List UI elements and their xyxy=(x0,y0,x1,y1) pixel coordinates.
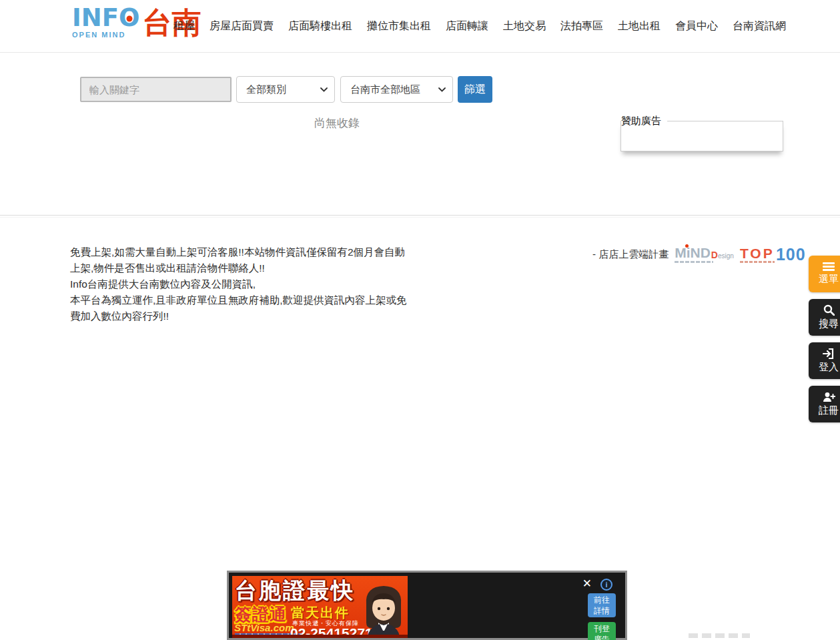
top100-logo-top: TOP xyxy=(740,246,775,260)
ad-detail-line2: 詳情 xyxy=(588,605,616,616)
keyword-input[interactable] xyxy=(80,77,232,102)
notice-line: 本平台為獨立運作,且非政府單位且無政府補助,歡迎提供資訊內容上架或免費加入數位內… xyxy=(70,292,414,324)
notice-line: Info台南提供大台南數位內容及公開資訊, xyxy=(70,276,414,292)
main-nav: 租屋 房屋店面買賣 店面騎樓出租 攤位市集出租 店面轉讓 土地交易 法拍專區 土… xyxy=(173,0,786,53)
category-select-value: 全部類別 xyxy=(246,83,286,96)
floating-menu-label: 選單 xyxy=(819,273,839,286)
floating-login-label: 登入 xyxy=(819,361,839,374)
nav-item-rent[interactable]: 租屋 xyxy=(173,19,195,33)
nav-item-storefront-rent[interactable]: 店面騎樓出租 xyxy=(288,19,352,33)
user-plus-icon xyxy=(823,392,835,402)
top100-logo-100: 100 xyxy=(776,246,806,263)
footer-notice: 免費上架,如需大量自動上架可洽客服!!本站物件資訊僅保留有2個月會自動上架,物件… xyxy=(70,244,414,324)
nav-item-land-trade[interactable]: 土地交易 xyxy=(503,19,546,33)
top100-logo[interactable]: TOP 100 xyxy=(740,246,806,263)
floating-search-label: 搜尋 xyxy=(819,318,839,330)
logo-info-o: O xyxy=(119,6,139,30)
footer-credits: - 店店上雲端計畫 MiNDDesign TOP 100 xyxy=(592,246,806,263)
nav-item-store-transfer[interactable]: 店面轉讓 xyxy=(446,19,488,33)
bottom-ad-banner: 台胞證最快 簽證通 STtVisa.com 當天出件 專業快遞・安心有保障 02… xyxy=(227,571,627,640)
logo-info-block: INFO OPEN MIND xyxy=(72,6,139,39)
notice-line: 免費上架,如需大量自動上架可洽客服!!本站物件資訊僅保留有2個月會自動上架,物件… xyxy=(70,244,414,276)
ad-publish-line2: 廣告 xyxy=(588,634,616,640)
mind-design-logo[interactable]: MiNDDesign xyxy=(675,246,734,263)
site-header: INFO OPEN MIND 台南 租屋 房屋店面買賣 店面騎樓出租 攤位市集出… xyxy=(0,0,840,53)
mind-logo-d: D xyxy=(711,250,718,260)
top100-logo-caption xyxy=(740,261,775,263)
nav-item-stall-market-rent[interactable]: 攤位市集出租 xyxy=(367,19,431,33)
visa-ad-woman-illustration xyxy=(360,584,408,638)
chevron-down-icon xyxy=(320,87,328,92)
cutoff-text-fragment xyxy=(689,633,750,638)
visa-ad-headline: 台胞證最快 xyxy=(235,576,355,606)
nav-item-member-center[interactable]: 會員中心 xyxy=(675,19,718,33)
cloud-plan-text: - 店店上雲端計畫 xyxy=(592,248,669,261)
floating-menu-button[interactable]: 選單 xyxy=(809,256,840,292)
ad-detail-line1: 前往 xyxy=(588,595,616,605)
floating-register-button[interactable]: 註冊 xyxy=(809,386,840,422)
nav-item-house-sale[interactable]: 房屋店面買賣 xyxy=(209,19,274,33)
mind-logo-esign: esign xyxy=(718,253,734,260)
ad-publish-button[interactable]: 刊登 廣告 xyxy=(588,622,616,640)
mind-logo-caption xyxy=(675,261,713,263)
district-select[interactable]: 台南市全部地區 xyxy=(340,76,453,103)
nav-item-land-rent[interactable]: 土地出租 xyxy=(618,19,661,33)
visa-ad-creative[interactable]: 台胞證最快 簽證通 STtVisa.com 當天出件 專業快遞・安心有保障 02… xyxy=(232,576,408,638)
category-select[interactable]: 全部類別 xyxy=(236,76,335,103)
menu-icon xyxy=(823,262,835,271)
floating-search-button[interactable]: 搜尋 xyxy=(809,299,840,336)
logo-info-text: INFO xyxy=(72,6,139,30)
ad-close-icon[interactable]: ✕ xyxy=(582,578,592,589)
floating-register-label: 註冊 xyxy=(819,404,839,417)
search-icon xyxy=(823,304,835,316)
sign-in-icon xyxy=(823,348,835,359)
nav-item-foreclosure[interactable]: 法拍專區 xyxy=(560,19,603,33)
sponsor-ad-title: 贊助廣告 xyxy=(621,115,667,127)
nav-item-tainan-info-net[interactable]: 台南資訊網 xyxy=(733,19,786,33)
mind-logo-text: MiND xyxy=(675,246,711,260)
section-divider xyxy=(0,215,840,218)
sponsor-ad-box: 贊助廣告 xyxy=(620,115,783,151)
chevron-down-icon xyxy=(438,87,446,92)
district-select-value: 台南市全部地區 xyxy=(350,83,420,96)
filter-button[interactable]: 篩選 xyxy=(458,76,492,103)
visa-ad-bottom-strip xyxy=(232,635,408,638)
floating-login-button[interactable]: 登入 xyxy=(809,342,840,379)
ad-detail-button[interactable]: 前往 詳情 xyxy=(588,593,616,617)
logo-info-inf: INF xyxy=(72,3,119,32)
ad-info-icon[interactable]: i xyxy=(600,579,612,591)
ad-publish-line1: 刊登 xyxy=(588,623,616,634)
search-bar: 全部類別 台南市全部地區 篩選 xyxy=(80,76,492,103)
empty-result-message: 尚無收錄 xyxy=(70,115,604,131)
visa-ad-website: STtVisa.com xyxy=(234,622,294,633)
